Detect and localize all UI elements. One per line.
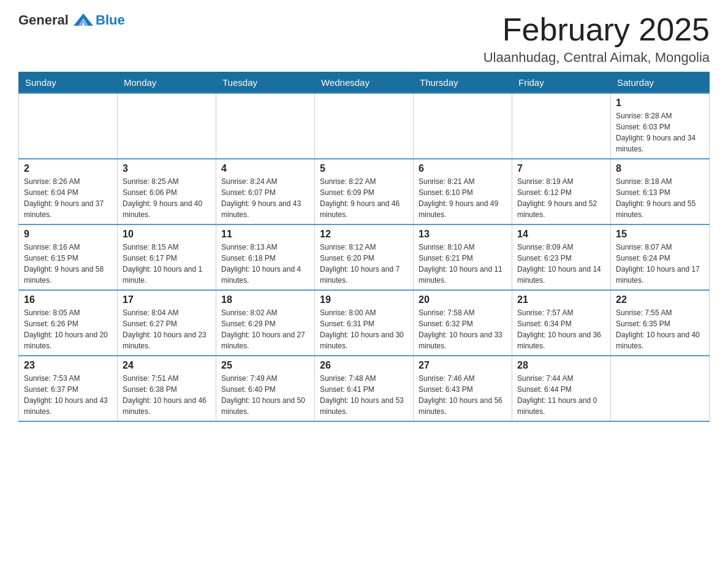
calendar-cell — [512, 93, 611, 159]
day-info: Sunrise: 8:21 AM Sunset: 6:10 PM Dayligh… — [419, 176, 507, 220]
calendar-cell: 9Sunrise: 8:16 AM Sunset: 6:15 PM Daylig… — [19, 224, 118, 290]
day-number: 16 — [24, 294, 112, 305]
calendar-cell: 22Sunrise: 7:55 AM Sunset: 6:35 PM Dayli… — [611, 290, 710, 356]
calendar-cell: 21Sunrise: 7:57 AM Sunset: 6:34 PM Dayli… — [512, 290, 611, 356]
logo-blue-text: Blue — [96, 12, 125, 28]
column-header-friday: Friday — [512, 72, 611, 94]
column-header-wednesday: Wednesday — [315, 72, 414, 94]
logo-icon — [74, 13, 93, 28]
calendar-cell: 19Sunrise: 8:00 AM Sunset: 6:31 PM Dayli… — [315, 290, 414, 356]
calendar-cell: 3Sunrise: 8:25 AM Sunset: 6:06 PM Daylig… — [118, 159, 216, 224]
calendar-cell: 14Sunrise: 8:09 AM Sunset: 6:23 PM Dayli… — [512, 224, 611, 290]
day-info: Sunrise: 7:51 AM Sunset: 6:38 PM Dayligh… — [123, 373, 211, 417]
day-info: Sunrise: 8:02 AM Sunset: 6:29 PM Dayligh… — [221, 307, 309, 351]
calendar-cell: 7Sunrise: 8:19 AM Sunset: 6:12 PM Daylig… — [512, 159, 611, 224]
column-header-sunday: Sunday — [19, 72, 118, 94]
calendar-cell: 18Sunrise: 8:02 AM Sunset: 6:29 PM Dayli… — [216, 290, 315, 356]
day-info: Sunrise: 8:05 AM Sunset: 6:26 PM Dayligh… — [24, 307, 112, 351]
day-number: 3 — [123, 163, 211, 174]
day-number: 11 — [221, 229, 309, 240]
calendar-week-row: 16Sunrise: 8:05 AM Sunset: 6:26 PM Dayli… — [19, 290, 710, 356]
day-info: Sunrise: 7:46 AM Sunset: 6:43 PM Dayligh… — [419, 373, 507, 417]
day-number: 10 — [123, 229, 211, 240]
day-info: Sunrise: 8:18 AM Sunset: 6:13 PM Dayligh… — [616, 176, 704, 220]
day-number: 2 — [24, 163, 112, 174]
day-info: Sunrise: 8:12 AM Sunset: 6:20 PM Dayligh… — [320, 242, 408, 286]
column-header-saturday: Saturday — [611, 72, 710, 94]
calendar-cell: 6Sunrise: 8:21 AM Sunset: 6:10 PM Daylig… — [414, 159, 512, 224]
logo: General Blue — [18, 12, 125, 28]
calendar-cell — [315, 93, 414, 159]
day-info: Sunrise: 8:15 AM Sunset: 6:17 PM Dayligh… — [123, 242, 211, 286]
day-number: 12 — [320, 229, 408, 240]
column-header-thursday: Thursday — [414, 72, 512, 94]
calendar-week-row: 9Sunrise: 8:16 AM Sunset: 6:15 PM Daylig… — [19, 224, 710, 290]
day-info: Sunrise: 7:55 AM Sunset: 6:35 PM Dayligh… — [616, 307, 704, 351]
day-info: Sunrise: 8:22 AM Sunset: 6:09 PM Dayligh… — [320, 176, 408, 220]
day-number: 18 — [221, 294, 309, 305]
calendar-cell: 12Sunrise: 8:12 AM Sunset: 6:20 PM Dayli… — [315, 224, 414, 290]
calendar-cell: 1Sunrise: 8:28 AM Sunset: 6:03 PM Daylig… — [611, 93, 710, 159]
day-info: Sunrise: 7:48 AM Sunset: 6:41 PM Dayligh… — [320, 373, 408, 417]
calendar-cell: 20Sunrise: 7:58 AM Sunset: 6:32 PM Dayli… — [414, 290, 512, 356]
day-number: 28 — [517, 360, 605, 371]
day-info: Sunrise: 8:28 AM Sunset: 6:03 PM Dayligh… — [616, 110, 704, 155]
day-number: 6 — [419, 163, 507, 174]
day-info: Sunrise: 8:24 AM Sunset: 6:07 PM Dayligh… — [221, 176, 309, 220]
day-info: Sunrise: 8:16 AM Sunset: 6:15 PM Dayligh… — [24, 242, 112, 286]
calendar-cell — [216, 93, 315, 159]
day-info: Sunrise: 8:10 AM Sunset: 6:21 PM Dayligh… — [419, 242, 507, 286]
day-info: Sunrise: 8:26 AM Sunset: 6:04 PM Dayligh… — [24, 176, 112, 220]
calendar-cell: 15Sunrise: 8:07 AM Sunset: 6:24 PM Dayli… — [611, 224, 710, 290]
day-number: 9 — [24, 229, 112, 240]
day-info: Sunrise: 8:04 AM Sunset: 6:27 PM Dayligh… — [123, 307, 211, 351]
day-number: 4 — [221, 163, 309, 174]
calendar-week-row: 2Sunrise: 8:26 AM Sunset: 6:04 PM Daylig… — [19, 159, 710, 224]
calendar-cell: 27Sunrise: 7:46 AM Sunset: 6:43 PM Dayli… — [414, 356, 512, 421]
calendar-cell — [118, 93, 216, 159]
day-number: 7 — [517, 163, 605, 174]
day-number: 20 — [419, 294, 507, 305]
day-info: Sunrise: 7:58 AM Sunset: 6:32 PM Dayligh… — [419, 307, 507, 351]
day-number: 5 — [320, 163, 408, 174]
title-section: February 2025 Ulaanhudag, Central Aimak,… — [483, 12, 710, 66]
calendar-cell: 4Sunrise: 8:24 AM Sunset: 6:07 PM Daylig… — [216, 159, 315, 224]
month-title: February 2025 — [483, 12, 710, 47]
calendar-cell: 17Sunrise: 8:04 AM Sunset: 6:27 PM Dayli… — [118, 290, 216, 356]
calendar-cell: 26Sunrise: 7:48 AM Sunset: 6:41 PM Dayli… — [315, 356, 414, 421]
calendar-table: SundayMondayTuesdayWednesdayThursdayFrid… — [18, 72, 710, 422]
day-number: 19 — [320, 294, 408, 305]
calendar-cell: 10Sunrise: 8:15 AM Sunset: 6:17 PM Dayli… — [118, 224, 216, 290]
calendar-cell — [611, 356, 710, 421]
calendar-cell: 8Sunrise: 8:18 AM Sunset: 6:13 PM Daylig… — [611, 159, 710, 224]
calendar-cell: 16Sunrise: 8:05 AM Sunset: 6:26 PM Dayli… — [19, 290, 118, 356]
calendar-header-row: SundayMondayTuesdayWednesdayThursdayFrid… — [19, 72, 710, 94]
day-info: Sunrise: 7:57 AM Sunset: 6:34 PM Dayligh… — [517, 307, 605, 351]
day-number: 21 — [517, 294, 605, 305]
day-info: Sunrise: 8:13 AM Sunset: 6:18 PM Dayligh… — [221, 242, 309, 286]
column-header-tuesday: Tuesday — [216, 72, 315, 94]
calendar-cell: 24Sunrise: 7:51 AM Sunset: 6:38 PM Dayli… — [118, 356, 216, 421]
day-number: 1 — [616, 98, 704, 109]
calendar-cell: 28Sunrise: 7:44 AM Sunset: 6:44 PM Dayli… — [512, 356, 611, 421]
logo-text: General — [18, 12, 93, 28]
day-number: 24 — [123, 360, 211, 371]
calendar-cell — [19, 93, 118, 159]
day-number: 13 — [419, 229, 507, 240]
day-info: Sunrise: 7:49 AM Sunset: 6:40 PM Dayligh… — [221, 373, 309, 417]
calendar-cell: 2Sunrise: 8:26 AM Sunset: 6:04 PM Daylig… — [19, 159, 118, 224]
day-info: Sunrise: 8:19 AM Sunset: 6:12 PM Dayligh… — [517, 176, 605, 220]
page-header: General Blue February 2025 Ulaanhudag, C… — [18, 12, 710, 66]
calendar-cell — [414, 93, 512, 159]
day-number: 26 — [320, 360, 408, 371]
location-title: Ulaanhudag, Central Aimak, Mongolia — [483, 50, 710, 66]
day-number: 25 — [221, 360, 309, 371]
day-number: 15 — [616, 229, 704, 240]
day-info: Sunrise: 8:09 AM Sunset: 6:23 PM Dayligh… — [517, 242, 605, 286]
calendar-cell: 5Sunrise: 8:22 AM Sunset: 6:09 PM Daylig… — [315, 159, 414, 224]
day-number: 8 — [616, 163, 704, 174]
day-info: Sunrise: 7:53 AM Sunset: 6:37 PM Dayligh… — [24, 373, 112, 417]
day-info: Sunrise: 8:07 AM Sunset: 6:24 PM Dayligh… — [616, 242, 704, 286]
day-number: 27 — [419, 360, 507, 371]
day-number: 22 — [616, 294, 704, 305]
